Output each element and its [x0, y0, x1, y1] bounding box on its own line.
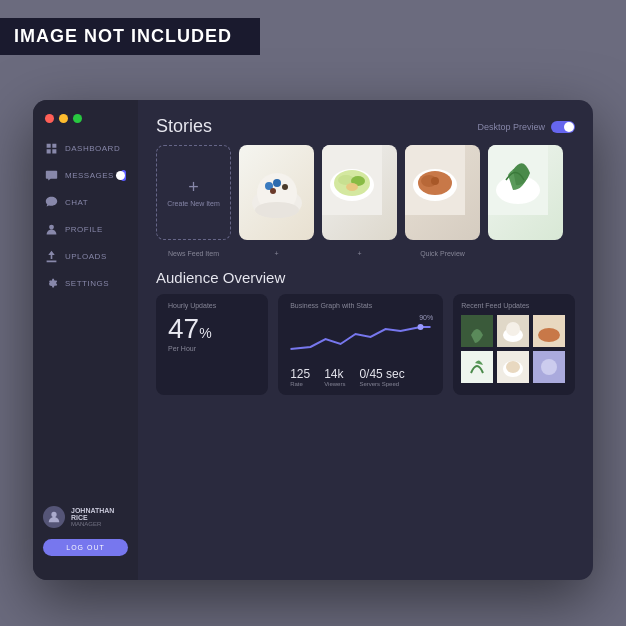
desktop-preview-label: Desktop Preview	[477, 122, 545, 132]
sidebar-label-uploads: Uploads	[65, 252, 107, 261]
stories-title: Stories	[156, 116, 212, 137]
viewers-stat: 14k Viewers	[324, 367, 345, 387]
sidebar-bottom: Johnathan Rice Manager LOG OUT	[33, 496, 138, 566]
logout-button[interactable]: LOG OUT	[43, 539, 128, 556]
viewers-val: 14k	[324, 367, 345, 381]
graph-panel: Business Graph with Stats 90% 125 Rate 1…	[278, 294, 443, 395]
food-image-4	[488, 145, 563, 240]
audience-title: Audience Overview	[156, 269, 575, 286]
graph-90-percent: 90%	[419, 314, 433, 321]
user-text: Johnathan Rice Manager	[71, 507, 128, 527]
sidebar-label-profile: Profile	[65, 225, 103, 234]
sidebar: Dashboard Messages Chat Profile	[33, 100, 138, 580]
story-card-3	[405, 145, 480, 240]
feed-thumb-4	[461, 351, 493, 383]
per-hour-label: Per Hour	[168, 345, 256, 352]
svg-point-29	[538, 328, 560, 342]
window-controls	[33, 114, 138, 135]
sidebar-item-dashboard[interactable]: Dashboard	[33, 135, 138, 162]
feed-panel: Recent Feed Updates	[453, 294, 575, 395]
food-image-1	[239, 145, 314, 240]
svg-point-20	[431, 177, 439, 185]
sidebar-item-profile[interactable]: Profile	[33, 216, 138, 243]
user-role: Manager	[71, 521, 128, 527]
hourly-percent: 47%	[168, 315, 256, 343]
graph-label: Business Graph with Stats	[290, 302, 431, 309]
story-create-card[interactable]: + Create New Item	[156, 145, 231, 240]
audience-section: Audience Overview Hourly Updates 47% Per…	[156, 269, 575, 395]
feed-thumb-2	[497, 315, 529, 347]
story-label-2: +	[322, 250, 397, 257]
rate-val: 125	[290, 367, 310, 381]
feed-thumb-5	[497, 351, 529, 383]
user-info: Johnathan Rice Manager	[43, 506, 128, 528]
stats-row: Hourly Updates 47% Per Hour Business Gra…	[156, 294, 575, 395]
sidebar-label-settings: Settings	[65, 279, 109, 288]
messages-toggle[interactable]	[121, 170, 126, 181]
app-window: Dashboard Messages Chat Profile	[33, 100, 593, 580]
speed-label: Servers Speed	[359, 381, 404, 387]
story-card-4	[488, 145, 563, 240]
rate-label: Rate	[290, 381, 310, 387]
food-image-3	[405, 145, 480, 240]
story-label-0: News Feed Item	[156, 250, 231, 257]
feed-label: Recent Feed Updates	[461, 302, 567, 309]
story-label-1: +	[239, 250, 314, 257]
feed-thumb-6	[533, 351, 565, 383]
svg-point-6	[282, 184, 288, 190]
green-dot[interactable]	[73, 114, 82, 123]
svg-point-33	[506, 361, 520, 373]
svg-point-7	[270, 188, 276, 194]
desktop-toggle[interactable]	[551, 121, 575, 133]
sidebar-item-settings[interactable]: Settings	[33, 270, 138, 297]
svg-point-8	[255, 202, 299, 218]
rate-stat: 125 Rate	[290, 367, 310, 387]
story-card-1	[239, 145, 314, 240]
story-label-3: Quick Preview	[405, 250, 480, 257]
speed-val: 0/45 sec	[359, 367, 404, 381]
hourly-panel: Hourly Updates 47% Per Hour	[156, 294, 268, 395]
sidebar-item-uploads[interactable]: Uploads	[33, 243, 138, 270]
red-dot[interactable]	[45, 114, 54, 123]
sidebar-item-messages[interactable]: Messages	[33, 162, 138, 189]
top-bar: Stories Desktop Preview	[156, 116, 575, 137]
food-image-2	[322, 145, 397, 240]
desktop-preview: Desktop Preview	[477, 121, 575, 133]
sidebar-label-dashboard: Dashboard	[65, 144, 120, 153]
story-card-2	[322, 145, 397, 240]
svg-point-0	[49, 225, 54, 230]
svg-point-35	[541, 359, 557, 375]
image-not-included-banner: IMAGE NOT INCLUDED	[0, 18, 260, 55]
stories-row: + Create New Item	[156, 145, 575, 240]
yellow-dot[interactable]	[59, 114, 68, 123]
svg-point-1	[51, 512, 56, 517]
sidebar-label-messages: Messages	[65, 171, 114, 180]
main-content: Stories Desktop Preview + Create New Ite…	[138, 100, 593, 580]
svg-point-23	[418, 324, 424, 330]
hourly-label: Hourly Updates	[168, 302, 256, 309]
create-label: Create New Item	[167, 200, 220, 207]
plus-icon: +	[188, 178, 199, 196]
feed-thumbs	[461, 315, 567, 383]
graph-wave	[290, 319, 431, 359]
avatar	[43, 506, 65, 528]
sidebar-item-chat[interactable]: Chat	[33, 189, 138, 216]
user-name: Johnathan Rice	[71, 507, 128, 521]
viewers-label: Viewers	[324, 381, 345, 387]
graph-stats-row: 125 Rate 14k Viewers 0/45 sec Servers Sp…	[290, 367, 431, 387]
feed-thumb-3	[533, 315, 565, 347]
speed-stat: 0/45 sec Servers Speed	[359, 367, 404, 387]
sidebar-label-chat: Chat	[65, 198, 88, 207]
svg-point-14	[346, 183, 358, 191]
svg-point-5	[273, 179, 281, 187]
feed-thumb-1	[461, 315, 493, 347]
svg-point-27	[506, 322, 520, 336]
